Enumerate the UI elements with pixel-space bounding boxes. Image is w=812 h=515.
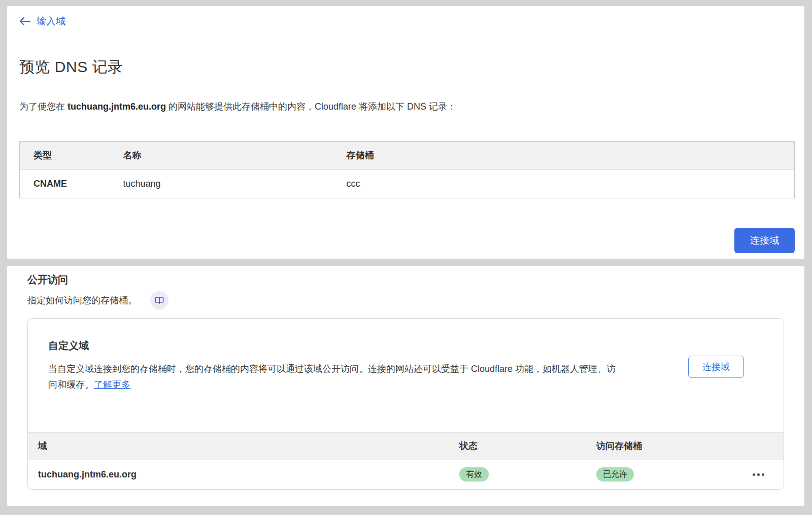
dot-icon	[753, 473, 755, 476]
back-link[interactable]: 输入域	[19, 15, 65, 27]
custom-domain-panel: 自定义域 当自定义域连接到您的存储桶时，您的存储桶的内容将可以通过该域公开访问。…	[27, 318, 784, 490]
dns-records-table: 类型 名称 存储桶 CNAME tuchuang ccc	[19, 141, 795, 198]
domain-col-actions	[733, 432, 784, 460]
dot-icon	[757, 473, 760, 476]
domain-col-access: 访问存储桶	[596, 432, 733, 460]
dns-description-domain: tuchuang.jntm6.eu.org	[67, 101, 166, 112]
domain-col-domain: 域	[28, 432, 459, 460]
dns-table-row: CNAME tuchuang ccc	[20, 169, 795, 198]
dns-description: 为了使您在 tuchuang.jntm6.eu.org 的网站能够提供此存储桶中…	[19, 100, 795, 113]
status-badge: 有效	[459, 467, 489, 482]
domain-col-status: 状态	[459, 432, 596, 460]
domain-table-row: tuchuang.jntm6.eu.org 有效 已允许	[28, 460, 784, 489]
docs-button[interactable]	[150, 291, 168, 310]
custom-domain-table: 域 状态 访问存储桶 tuchuang.jntm6.eu.org 有效 已允许	[28, 432, 784, 490]
public-access-card: 公开访问 指定如何访问您的存储桶。 自定义域 当自定义域连接到您的存储桶时，您的…	[7, 266, 804, 506]
dns-record-type: CNAME	[20, 169, 110, 198]
row-actions-menu-button[interactable]	[751, 469, 766, 480]
public-access-subtitle: 指定如何访问您的存储桶。	[27, 294, 137, 307]
dns-description-suffix: 的网站能够提供此存储桶中的内容，Cloudflare 将添加以下 DNS 记录：	[166, 101, 456, 112]
page-title: 预览 DNS 记录	[19, 56, 795, 78]
dns-table-header-row: 类型 名称 存储桶	[20, 142, 795, 169]
dns-col-name: 名称	[110, 142, 333, 169]
domain-table-header-row: 域 状态 访问存储桶	[28, 432, 784, 460]
domain-name: tuchuang.jntm6.eu.org	[28, 460, 459, 489]
learn-more-link[interactable]: 了解更多	[94, 380, 130, 390]
back-link-label: 输入域	[37, 15, 65, 27]
public-access-title: 公开访问	[27, 273, 784, 286]
custom-domain-description-text: 当自定义域连接到您的存储桶时，您的存储桶的内容将可以通过该域公开访问。连接的网站…	[48, 364, 616, 390]
dns-record-name: tuchuang	[110, 169, 333, 198]
dot-icon	[762, 473, 764, 476]
connect-domain-button[interactable]: 连接域	[734, 228, 795, 253]
custom-domain-title: 自定义域	[48, 339, 763, 352]
connect-domain-outline-button[interactable]: 连接域	[688, 356, 744, 378]
dns-preview-card: 输入域 预览 DNS 记录 为了使您在 tuchuang.jntm6.eu.or…	[7, 6, 804, 259]
custom-domain-description: 当自定义域连接到您的存储桶时，您的存储桶的内容将可以通过该域公开访问。连接的网站…	[48, 361, 619, 393]
dns-col-type: 类型	[20, 142, 110, 169]
open-book-icon	[155, 296, 164, 305]
dns-description-prefix: 为了使您在	[19, 101, 67, 112]
back-arrow-icon	[19, 17, 30, 26]
dns-record-bucket: ccc	[333, 169, 795, 198]
access-badge: 已允许	[596, 467, 634, 482]
dns-col-bucket: 存储桶	[333, 142, 795, 169]
